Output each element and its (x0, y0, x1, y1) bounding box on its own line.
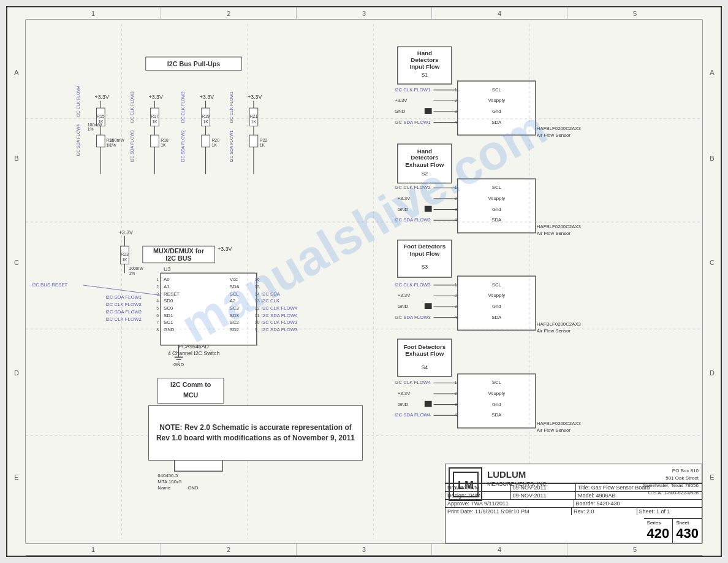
svg-text:3: 3 (455, 402, 457, 407)
svg-text:R15: R15 (97, 114, 105, 118)
svg-text:HAFBLF0200C2AX3: HAFBLF0200C2AX3 (537, 126, 581, 131)
svg-text:I2C SDA FLOW4: I2C SDA FLOW4 (262, 313, 298, 318)
print-cell: Print Date: 11/9/2011 5:09:10 PM (446, 508, 572, 515)
tb-info-rows: Drawn: TWM 09-NOV-2011 Title: Gas Flow S… (446, 483, 702, 515)
svg-text:Air Flow Sensor: Air Flow Sensor (537, 427, 571, 433)
svg-text:Gnd: Gnd (492, 109, 501, 114)
svg-text:Vsupply: Vsupply (488, 98, 505, 103)
sheet-number: 430 (676, 526, 699, 542)
svg-text:SCL: SCL (492, 185, 502, 190)
svg-text:SD2: SD2 (230, 327, 239, 332)
svg-rect-20 (151, 135, 159, 147)
series-number: 420 (647, 526, 670, 542)
svg-text:1: 1 (455, 185, 457, 190)
svg-text:100mW: 100mW (88, 123, 102, 127)
grid-top: 1 2 3 4 5 (26, 7, 702, 20)
svg-text:I2C BUS RESET: I2C BUS RESET (32, 282, 68, 288)
svg-text:3: 3 (455, 304, 457, 308)
svg-text:Detectors: Detectors (411, 56, 439, 63)
svg-text:1K: 1K (203, 120, 208, 124)
svg-text:1%: 1% (88, 127, 94, 131)
svg-text:2: 2 (455, 196, 457, 201)
svg-text:I2C Comm to: I2C Comm to (170, 381, 211, 388)
svg-text:4: 4 (455, 413, 457, 417)
svg-text:10: 10 (255, 320, 260, 324)
svg-text:3: 3 (156, 292, 159, 296)
svg-text:Vcc: Vcc (230, 277, 238, 282)
svg-text:4: 4 (455, 218, 457, 222)
svg-text:R23: R23 (121, 252, 129, 256)
row-label-c: C (7, 259, 26, 266)
svg-text:GND: GND (188, 485, 199, 491)
grid-col-2: 2 (161, 7, 297, 19)
svg-text:Input Flow: Input Flow (409, 63, 439, 70)
row-label-d: D (7, 369, 26, 377)
svg-text:2: 2 (455, 391, 457, 396)
svg-text:I2C SDA FLOW1: I2C SDA FLOW1 (395, 120, 431, 125)
rev-cell: Rev: 2.0 (572, 508, 637, 515)
svg-text:1K: 1K (251, 120, 257, 124)
svg-text:2: 2 (156, 285, 159, 289)
svg-rect-211 (425, 303, 432, 309)
grid-col-bot-2: 2 (161, 544, 297, 555)
svg-text:I2C CLK FLOW4: I2C CLK FLOW4 (395, 380, 431, 385)
addr-line2: 501 Oak Street (643, 475, 699, 482)
title-cell: Title: Gas Flow Sensor Board (576, 484, 702, 491)
svg-text:GND: GND (398, 207, 409, 212)
svg-text:GND: GND (398, 402, 409, 407)
svg-text:Input Flow: Input Flow (409, 250, 439, 257)
svg-text:I2C CLK FLOW2: I2C CLK FLOW2 (181, 91, 185, 123)
svg-text:2: 2 (455, 98, 457, 102)
svg-text:4: 4 (156, 299, 159, 303)
svg-text:Exhaust Flow: Exhaust Flow (405, 161, 444, 168)
svg-rect-235 (425, 401, 432, 407)
svg-rect-32 (202, 135, 210, 147)
svg-text:I2C CLK FLOW2: I2C CLK FLOW2 (395, 185, 431, 190)
svg-text:100mW: 100mW (110, 138, 124, 142)
svg-text:S1: S1 (421, 72, 428, 78)
svg-text:R18: R18 (161, 138, 169, 142)
svg-text:I2C CLK FLOW3: I2C CLK FLOW3 (262, 320, 298, 325)
sheet: 1 2 3 4 5 1 2 3 4 5 A B C D E A B C D E (6, 6, 722, 557)
grid-col-4: 4 (432, 7, 567, 19)
board-cell: Board#: 5420-430 (574, 500, 702, 507)
svg-text:5: 5 (156, 306, 159, 310)
svg-text:R22: R22 (260, 138, 268, 142)
grid-col-bot-4: 4 (432, 544, 567, 555)
svg-text:SDA: SDA (491, 120, 502, 125)
grid-col-bot-5: 5 (567, 544, 702, 555)
note-box: NOTE: Rev 2.0 Schematic is accurate repr… (148, 405, 363, 461)
svg-text:I2C CLK: I2C CLK (262, 298, 280, 304)
series-sheet-block: Series 420 Sheet 430 (644, 518, 702, 543)
svg-text:I2C Bus Pull-Ups: I2C Bus Pull-Ups (167, 60, 221, 67)
svg-text:SD3: SD3 (230, 313, 239, 318)
svg-text:I2C SDA FLOW3: I2C SDA FLOW3 (262, 327, 298, 332)
svg-text:I2C SDA: I2C SDA (262, 291, 281, 297)
svg-text:SDA: SDA (230, 284, 240, 289)
svg-text:R21: R21 (250, 114, 258, 118)
svg-text:I2C SDA FLOW1: I2C SDA FLOW1 (105, 294, 142, 300)
svg-text:SC2: SC2 (230, 320, 239, 325)
svg-text:1%: 1% (129, 271, 135, 275)
svg-text:Gnd: Gnd (492, 304, 501, 309)
svg-text:4: 4 (455, 315, 457, 320)
svg-text:1K: 1K (211, 143, 217, 147)
svg-text:SD1: SD1 (164, 313, 173, 318)
grid-bottom: 1 2 3 4 5 (26, 543, 702, 556)
svg-text:A1: A1 (164, 284, 170, 289)
svg-text:GND: GND (395, 109, 406, 114)
svg-rect-8 (96, 135, 105, 147)
svg-rect-67 (161, 273, 257, 345)
svg-text:1: 1 (156, 277, 159, 282)
svg-text:R20: R20 (211, 138, 219, 142)
tb-row-1: Drawn: TWM 09-NOV-2011 Title: Gas Flow S… (446, 483, 702, 491)
svg-text:7: 7 (156, 320, 159, 324)
row-label-rb: B (703, 155, 721, 162)
svg-rect-187 (425, 206, 432, 212)
svg-text:9: 9 (255, 327, 257, 332)
tb-row-4: Print Date: 11/9/2011 5:09:10 PM Rev: 2.… (446, 507, 702, 515)
svg-text:I2C SDA FLOW4: I2C SDA FLOW4 (76, 124, 80, 156)
grid-col-1: 1 (26, 7, 161, 19)
svg-text:Air Flow Sensor: Air Flow Sensor (537, 132, 571, 138)
addr-line1: PO Box 810 (643, 467, 699, 475)
